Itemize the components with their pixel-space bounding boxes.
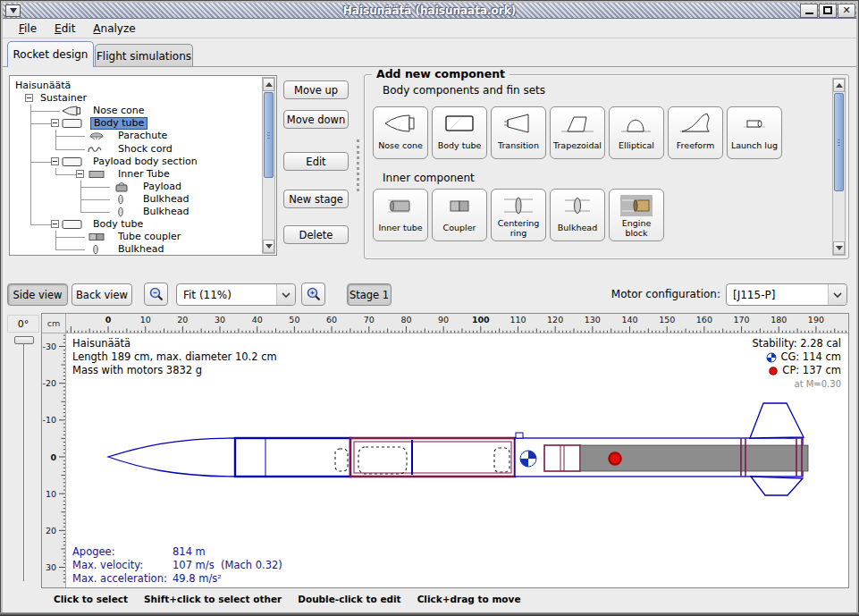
tree-item-shock-cord[interactable]: Shock cord <box>10 143 262 156</box>
scrollbar-thumb[interactable] <box>834 93 844 191</box>
tree-item-label[interactable]: Payload body section <box>90 156 200 168</box>
move-up-button[interactable]: Move up <box>283 80 349 99</box>
svg-text:170: 170 <box>733 315 749 325</box>
transition-icon <box>501 111 536 136</box>
tree-item-label[interactable]: Haisunäätä <box>13 80 73 92</box>
arrow-down-icon <box>836 246 843 250</box>
move-down-button[interactable]: Move down <box>283 110 349 129</box>
tree-item-label[interactable]: Parachute <box>115 130 170 142</box>
nose-cone-shape <box>108 438 235 477</box>
stability-value: Stability: 2.28 cal <box>752 337 841 350</box>
bodytube-icon <box>62 219 83 230</box>
component-button-trapezoidal[interactable]: Trapezoidal <box>550 106 605 159</box>
tree-item-label[interactable]: Bulkhead <box>115 243 166 256</box>
rotation-slider-handle[interactable] <box>14 336 34 344</box>
menu-edit[interactable]: Edit <box>46 21 84 37</box>
apogee-value: 814 m <box>173 545 282 559</box>
tree-item-nose-cone[interactable]: Nose cone <box>10 105 262 117</box>
max-velocity-value: 107 m/s (Mach 0.32) <box>173 559 282 572</box>
launch-lug-shape <box>516 433 523 438</box>
tree-item-label[interactable]: Sustainer <box>38 92 89 105</box>
scroll-down-button[interactable] <box>833 241 845 255</box>
delete-button[interactable]: Delete <box>283 225 349 244</box>
scroll-up-button[interactable] <box>833 79 845 92</box>
bodytube-icon <box>442 111 477 136</box>
tree-item-label[interactable]: Bulkhead <box>140 206 191 218</box>
scroll-down-button[interactable] <box>263 240 274 253</box>
tree-item-bulkhead[interactable]: Bulkhead <box>10 206 262 218</box>
svg-text:60: 60 <box>326 315 337 325</box>
titlebar[interactable]: Haisunäätä (haisunaata.ork) ✕ <box>3 3 856 19</box>
tree-item-bulkhead[interactable]: Bulkhead <box>10 243 262 256</box>
component-button-coupler[interactable]: Coupler <box>432 189 487 241</box>
tree-scrollbar[interactable] <box>262 77 275 254</box>
component-scrollbar[interactable] <box>832 78 846 256</box>
rotation-slider[interactable] <box>23 340 25 581</box>
tree-item-label[interactable]: Nose cone <box>90 105 147 117</box>
tree-item-body-tube[interactable]: Body tube <box>10 117 262 130</box>
collapse-icon[interactable] <box>51 220 59 228</box>
component-button-body-tube[interactable]: Body tube <box>432 106 487 159</box>
collapse-icon[interactable] <box>51 157 59 165</box>
menu-analyze[interactable]: Analyze <box>84 21 144 37</box>
max-acceleration-label: Max. acceleration: <box>72 572 173 586</box>
bulkheadc-icon <box>560 193 595 218</box>
tree-item-payload[interactable]: Payload <box>10 181 262 193</box>
tab-rocket-design[interactable]: Rocket design <box>7 41 94 67</box>
fin-bottom-shape <box>751 477 803 495</box>
component-button-inner-tube[interactable]: Inner tube <box>373 189 428 241</box>
splitter-handle[interactable] <box>357 139 359 191</box>
engine-block-outline <box>544 445 580 471</box>
tree-item-label[interactable]: Body tube <box>90 117 147 130</box>
component-button-elliptical[interactable]: Elliptical <box>609 106 664 159</box>
collapse-icon[interactable] <box>25 94 33 102</box>
maximize-button[interactable] <box>819 4 837 18</box>
tree-item-inner-tube[interactable]: Inner Tube <box>10 168 262 181</box>
component-button-engine-block[interactable]: Engine block <box>609 189 664 241</box>
tree-item-label[interactable]: Body tube <box>90 218 146 231</box>
app-window: Haisunäätä (haisunaata.ork) ✕ FileEditAn… <box>0 0 859 616</box>
component-button-launch-lug[interactable]: Launch lug <box>727 106 782 159</box>
motor-configuration-select[interactable]: [J115-P] <box>726 283 847 306</box>
menu-file[interactable]: File <box>10 21 46 37</box>
svg-text:120: 120 <box>547 315 563 325</box>
tree-item-label[interactable]: Bulkhead <box>140 193 191 206</box>
svg-text:180: 180 <box>771 315 787 325</box>
zoom-in-button[interactable] <box>301 283 325 306</box>
collapse-icon[interactable] <box>76 170 84 178</box>
tree-item-label[interactable]: Payload <box>140 181 184 193</box>
coupler-icon <box>87 232 108 242</box>
tree-item-bulkhead[interactable]: Bulkhead <box>10 193 262 206</box>
close-button[interactable]: ✕ <box>838 4 855 18</box>
tree-item-haisun-t-[interactable]: Haisunäätä <box>10 80 262 92</box>
tree-item-tube-coupler[interactable]: Tube coupler <box>10 231 262 243</box>
tree-item-label[interactable]: Inner Tube <box>115 168 173 181</box>
tree-item-label[interactable]: Shock cord <box>115 143 175 156</box>
tree-item-body-tube[interactable]: Body tube <box>10 218 262 231</box>
scroll-up-button[interactable] <box>263 78 274 91</box>
tree-item-label[interactable]: Tube coupler <box>115 231 183 243</box>
minimize-button[interactable] <box>800 4 818 18</box>
rocket-canvas[interactable]: Haisunäätä Length 189 cm, max. diameter … <box>66 333 848 587</box>
tree-item-sustainer[interactable]: Sustainer <box>10 92 262 105</box>
tab-flight-simulations[interactable]: Flight simulations <box>95 44 193 67</box>
stage-1-button[interactable]: Stage 1 <box>347 283 392 306</box>
new-stage-button[interactable]: New stage <box>283 190 349 208</box>
side-view-button[interactable]: Side view <box>7 283 68 306</box>
tree-item-parachute[interactable]: Parachute <box>10 130 262 142</box>
scrollbar-thumb[interactable] <box>264 92 274 178</box>
component-button-nose-cone[interactable]: Nose cone <box>373 106 428 159</box>
component-button-centering-ring[interactable]: Centering ring <box>491 189 546 241</box>
component-button-bulkhead[interactable]: Bulkhead <box>550 189 605 241</box>
zoom-select[interactable]: Fit (11%) <box>176 283 296 306</box>
edit-button[interactable]: Edit <box>283 152 349 171</box>
tree-item-payload-body-section[interactable]: Payload body section <box>10 156 262 168</box>
zoom-out-button[interactable] <box>144 283 168 306</box>
component-tree[interactable]: HaisunäätäSustainerNose coneBody tubePar… <box>9 75 277 256</box>
component-button-transition[interactable]: Transition <box>491 106 546 159</box>
window-menu-icon[interactable] <box>5 4 21 17</box>
component-button-freeform[interactable]: Freeform <box>668 106 723 159</box>
back-view-button[interactable]: Back view <box>72 283 132 306</box>
collapse-icon[interactable] <box>51 119 59 127</box>
bulkhead-icon <box>112 194 133 205</box>
